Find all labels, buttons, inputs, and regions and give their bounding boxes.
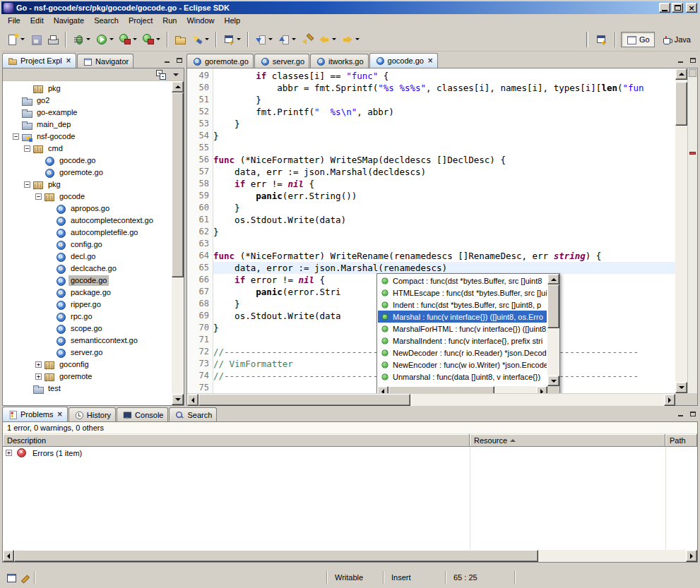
- debug-button[interactable]: [71, 31, 93, 48]
- scroll-down-button[interactable]: [172, 394, 184, 405]
- minimize-button[interactable]: [659, 3, 670, 13]
- editor-tab-itworks-go[interactable]: itworks.go: [310, 54, 369, 68]
- tree-item-nsf-gocode[interactable]: −nsf-gocode: [3, 131, 172, 143]
- minimize-view-button[interactable]: [675, 409, 686, 419]
- tree-item-go2[interactable]: go2: [3, 95, 172, 107]
- minimize-view-button[interactable]: [675, 55, 686, 65]
- collapse-icon[interactable]: −: [13, 133, 19, 140]
- tree-item-main-dep[interactable]: main_dep: [3, 119, 172, 131]
- explorer-tab-navigator[interactable]: Navigator: [77, 54, 134, 68]
- scrollbar-track[interactable]: [14, 550, 686, 562]
- explorer-vertical-scrollbar[interactable]: [172, 81, 184, 405]
- scrollbar-thumb[interactable]: [547, 284, 559, 328]
- scroll-down-button[interactable]: [675, 382, 687, 393]
- maximize-view-button[interactable]: [687, 409, 698, 419]
- popup-horizontal-scrollbar[interactable]: [377, 386, 547, 393]
- scrollbar-track[interactable]: [547, 284, 559, 376]
- code-line[interactable]: }: [213, 94, 675, 106]
- open-resource-button[interactable]: [172, 31, 188, 48]
- open-perspective-button[interactable]: [593, 31, 609, 48]
- completion-item-newdecoder[interactable]: NewDecoder : func(r io.Reader) *json.Dec…: [378, 347, 547, 359]
- code-line[interactable]: panic(err.String()): [213, 190, 675, 202]
- tree-item-decl-go[interactable]: decl.go: [3, 251, 172, 263]
- scrollbar-track[interactable]: [172, 92, 184, 394]
- tree-item-goremote[interactable]: +goremote: [3, 371, 172, 383]
- code-line[interactable]: }: [213, 130, 675, 142]
- tree-item-server-go[interactable]: server.go: [3, 347, 172, 359]
- code-line[interactable]: }: [213, 118, 675, 130]
- menu-edit[interactable]: Edit: [25, 14, 49, 28]
- scroll-left-button[interactable]: [377, 386, 388, 393]
- tree-item-pkg[interactable]: pkg: [3, 83, 172, 95]
- tree-item-declcache-go[interactable]: declcache.go: [3, 263, 172, 275]
- collapse-icon[interactable]: −: [35, 193, 42, 200]
- collapse-icon[interactable]: −: [24, 145, 30, 152]
- minimize-view-button[interactable]: [162, 55, 172, 65]
- tree-item-gocode-go[interactable]: gocode.go: [3, 155, 172, 167]
- tree-item-semanticcontext-go[interactable]: semanticcontext.go: [3, 335, 172, 347]
- scrollbar-thumb[interactable]: [14, 550, 538, 562]
- collapse-all-button[interactable]: [155, 69, 167, 80]
- tree-item-ripper-go[interactable]: ripper.go: [3, 299, 172, 311]
- tree-item-cmd[interactable]: −cmd: [3, 143, 172, 155]
- scrollbar-thumb[interactable]: [675, 82, 687, 126]
- overview-ruler-header[interactable]: [689, 69, 696, 77]
- code-line[interactable]: os.Stdout.Write(data): [213, 214, 675, 226]
- bottom-tab-search[interactable]: Search: [169, 407, 217, 421]
- completion-item-unmarshal[interactable]: Unmarshal : func(data []uint8, v interfa…: [378, 371, 547, 383]
- new-wizard-button[interactable]: [5, 31, 27, 48]
- print-button[interactable]: [45, 31, 61, 48]
- next-annotation-button[interactable]: [253, 31, 275, 48]
- scroll-right-button[interactable]: [664, 394, 675, 406]
- scrollbar-thumb[interactable]: [198, 394, 410, 406]
- editor-tab-server-go[interactable]: server.go: [254, 54, 309, 68]
- scrollbar-thumb[interactable]: [172, 92, 184, 277]
- completion-item-indent[interactable]: Indent : func(dst *bytes.Buffer, src []u…: [378, 299, 547, 311]
- tree-item-rpc-go[interactable]: rpc.go: [3, 311, 172, 323]
- column-header-description[interactable]: Description: [3, 434, 470, 447]
- bottom-tab-console[interactable]: Console: [117, 407, 168, 421]
- fast-view-button[interactable]: [4, 570, 18, 584]
- menu-search[interactable]: Search: [89, 14, 124, 28]
- last-edit-location-button[interactable]: [299, 31, 315, 48]
- perspective-go-button[interactable]: Go: [621, 32, 655, 47]
- tree-item-goremote-go[interactable]: goremote.go: [3, 167, 172, 179]
- coverage-button[interactable]: [141, 31, 162, 48]
- completion-item-marshalindent[interactable]: MarshalIndent : func(v interface{}, pref…: [378, 335, 547, 347]
- maximize-button[interactable]: [672, 3, 683, 13]
- view-menu-button[interactable]: [170, 69, 182, 80]
- code-editor[interactable]: if classes[i] == "func" { abbr = fmt.Spr…: [213, 68, 675, 393]
- expand-icon[interactable]: +: [35, 373, 42, 380]
- bottom-tab-problems[interactable]: Problems×: [2, 407, 68, 421]
- tree-item-pkg[interactable]: −pkg: [3, 179, 172, 191]
- completion-item-marshalforhtml[interactable]: MarshalForHTML : func(v interface{}) ([]…: [378, 323, 547, 335]
- tree-item-autocompletefile-go[interactable]: autocompletefile.go: [3, 227, 172, 239]
- collapse-icon[interactable]: −: [24, 181, 30, 188]
- editor-tab-goremote-go[interactable]: goremote.go: [186, 54, 254, 68]
- code-line[interactable]: abbr = fmt.Sprintf("%s %s%s", classes[i]…: [213, 82, 675, 94]
- error-marker[interactable]: [689, 152, 696, 155]
- code-line[interactable]: data, error := json.Marshal(renamedescs): [213, 262, 675, 274]
- tree-item-goconfig[interactable]: +goconfig: [3, 359, 172, 371]
- column-header-resource[interactable]: Resource: [470, 434, 665, 447]
- completion-item-htmlescape[interactable]: HTMLEscape : func(dst *bytes.Buffer, src…: [378, 287, 547, 299]
- tree-item-scope-go[interactable]: scope.go: [3, 323, 172, 335]
- search-toolbar-button[interactable]: [189, 31, 211, 48]
- scroll-left-button[interactable]: [3, 550, 14, 562]
- close-tab-icon[interactable]: ×: [57, 411, 62, 418]
- scrollbar-track[interactable]: [198, 394, 664, 406]
- menu-run[interactable]: Run: [158, 14, 182, 28]
- tree-item-go-example[interactable]: go-example: [3, 107, 172, 119]
- tree-item-package-go[interactable]: package.go: [3, 287, 172, 299]
- close-tab-icon[interactable]: ×: [66, 57, 71, 64]
- problem-row-errors-1-item[interactable]: +Errors (1 item): [3, 447, 697, 459]
- maximize-view-button[interactable]: [174, 55, 184, 65]
- back-button[interactable]: [316, 31, 338, 48]
- code-line[interactable]: }: [213, 226, 675, 238]
- code-line[interactable]: fmt.Printf(" %s\n", abbr): [213, 106, 675, 118]
- editor-horizontal-scrollbar[interactable]: [187, 394, 675, 406]
- code-line[interactable]: data, err := json.Marshal(decldescs): [213, 166, 675, 178]
- tree-item-gocode[interactable]: −gocode: [3, 191, 172, 203]
- scroll-up-button[interactable]: [547, 274, 559, 284]
- editor-vertical-scrollbar[interactable]: [675, 68, 687, 393]
